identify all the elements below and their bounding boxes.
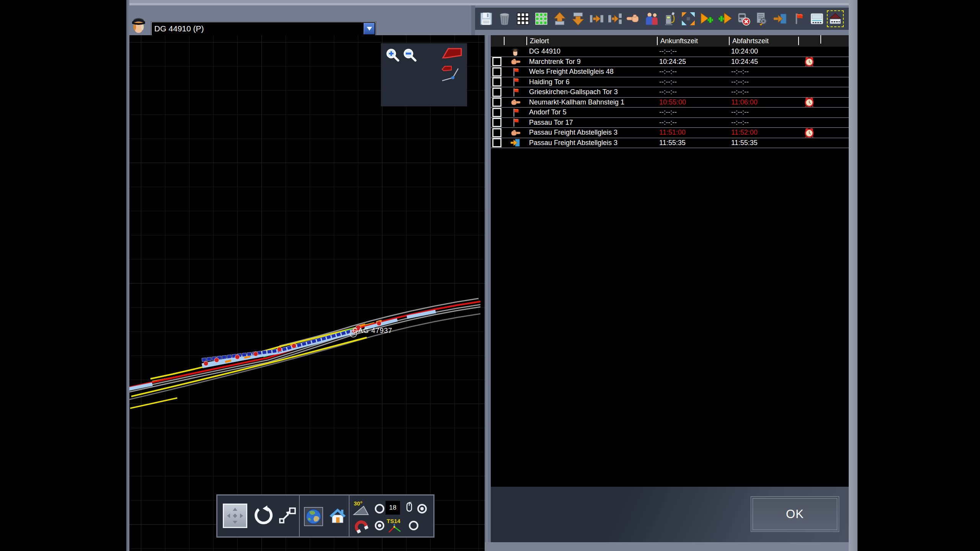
vehicle-marker-small-button[interactable] [441,65,464,84]
pointing-hand-icon [626,11,640,26]
prepend-leg-button[interactable] [718,10,732,27]
zoom-out-button[interactable] [403,48,417,62]
remove-train-button[interactable] [736,10,751,27]
mouse-button[interactable] [406,502,413,512]
insert-after-button[interactable] [589,10,604,27]
alarm-clock-icon [804,57,814,67]
ok-button[interactable]: OK [751,496,839,532]
table-row[interactable]: DG 44910 --:--:-- 10:24:00 [491,47,849,57]
train-select-dropdown[interactable]: DG 44910 (P) [151,22,376,36]
move-down-button[interactable] [571,10,585,27]
header-extra-column [820,35,849,44]
passengers-button[interactable] [644,10,659,27]
header-select-column [491,37,504,45]
table-row[interactable]: Passau Freight Abstellgleis 3 11:55:35 1… [491,138,849,148]
magnet-button[interactable] [352,518,370,534]
flag-button[interactable] [791,10,806,27]
expand-button[interactable] [681,10,696,27]
rotate-tool-button[interactable] [253,505,275,527]
row-checkbox[interactable] [492,108,501,117]
table-row[interactable]: Neumarkt-Kallham Bahnsteig 1 10:55:00 11… [491,98,849,108]
row-type-cell [504,77,526,87]
append-leg-button[interactable] [699,10,714,27]
expand-arrows-icon [681,11,696,26]
ok-button-label: OK [786,507,804,521]
mouse-snap-radio[interactable] [417,504,427,514]
enter-icon [773,11,787,26]
row-abfahrtszeit: 11:55:35 [729,139,798,147]
save-icon [479,11,493,26]
train-button[interactable] [810,10,824,27]
toolbar-divider [299,496,300,536]
table-row[interactable]: Grieskirchen-Gallspach Tor 3 --:--:-- --… [491,87,849,98]
row-zielort: Andorf Tor 5 [526,108,657,116]
header-zielort[interactable]: Zielort [526,37,657,45]
fuel-pump-icon [663,11,677,26]
magnet-snap-radio[interactable] [375,521,384,530]
row-zielort: Passau Freight Abstellgleis 3 [526,139,657,147]
row-ankunftszeit: --:--:-- [657,108,729,116]
row-checkbox[interactable] [492,128,501,137]
fuel-button[interactable] [663,10,677,27]
ts-snap-radio[interactable] [409,521,418,530]
delete-button[interactable] [497,10,512,27]
scale-tool-button[interactable] [278,506,297,525]
table-row[interactable]: Wels Freight Abstellgleis 48 --:--:-- --… [491,67,849,77]
row-ankunftszeit: 10:55:00 [657,98,729,106]
scale-icon [278,507,297,525]
row-checkbox[interactable] [492,138,501,147]
map-panel[interactable]: GAG 47937 [129,35,485,551]
map-tools-toolbar: 30° 18 TS14 [216,494,434,538]
row-checkbox[interactable] [492,57,501,66]
insert-before-button[interactable] [608,10,622,27]
row-abfahrtszeit: --:--:-- [729,78,798,86]
depot-button[interactable] [828,10,843,27]
row-ankunftszeit: 11:51:00 [657,129,729,137]
dropdown-arrow-button[interactable] [364,23,375,34]
row-type-cell [504,46,526,57]
hand-button[interactable] [626,10,640,27]
globe-button[interactable] [304,507,323,526]
grid-active-button[interactable] [534,10,549,27]
header-ankunftszeit[interactable]: Ankunftszeit [657,37,729,45]
grid-active-icon [534,11,549,26]
home-button[interactable] [328,506,348,526]
angle-snap-radio[interactable] [375,504,384,514]
schedule-settings-button[interactable] [755,10,769,27]
pan-tool-button[interactable] [223,504,247,528]
header-abfahrtszeit[interactable]: Abfahrtszeit [729,37,798,45]
table-row[interactable]: Marchtrenk Tor 9 10:24:25 10:24:45 [491,57,849,67]
magnet-icon [352,518,370,534]
grid-size-value[interactable]: 18 [385,501,400,515]
row-type-cell [504,98,526,106]
row-zielort: Neumarkt-Kallham Bahnsteig 1 [526,98,657,106]
map-zoom-panel [381,43,467,106]
table-row[interactable]: Passau Tor 17 --:--:-- --:--:-- [491,118,849,128]
table-row[interactable]: Andorf Tor 5 --:--:-- --:--:-- [491,108,849,118]
row-checkbox[interactable] [492,77,501,86]
grid-button[interactable] [516,10,530,27]
main-toolbar [475,8,849,30]
row-checkbox[interactable] [492,67,501,77]
schedule-panel: Zielort Ankunftszeit Abfahrtszeit [491,35,849,487]
toolbar-divider [349,496,350,536]
angle-snap-button[interactable]: 30° [352,500,370,516]
row-checkbox[interactable] [492,118,501,127]
home-icon [328,507,347,526]
window-frame-left [126,0,129,551]
vehicle-marker-button[interactable] [441,47,463,59]
table-row[interactable]: Haiding Tor 6 --:--:-- --:--:-- [491,77,849,88]
pointing-hand-icon [510,98,521,106]
passengers-icon [644,11,659,26]
row-checkbox[interactable] [492,88,501,97]
globe-icon [305,509,322,525]
ts-gizmo-button[interactable]: TS14 [385,517,403,535]
move-up-button[interactable] [552,10,567,27]
zoom-in-button[interactable] [385,48,400,62]
row-checkbox[interactable] [492,98,501,107]
save-button[interactable] [479,10,493,27]
table-row[interactable]: Passau Freight Abstellgleis 3 11:51:00 1… [491,128,849,138]
enter-depot-button[interactable] [773,10,787,27]
zoom-in-icon [385,48,400,62]
grid-icon [516,11,530,26]
